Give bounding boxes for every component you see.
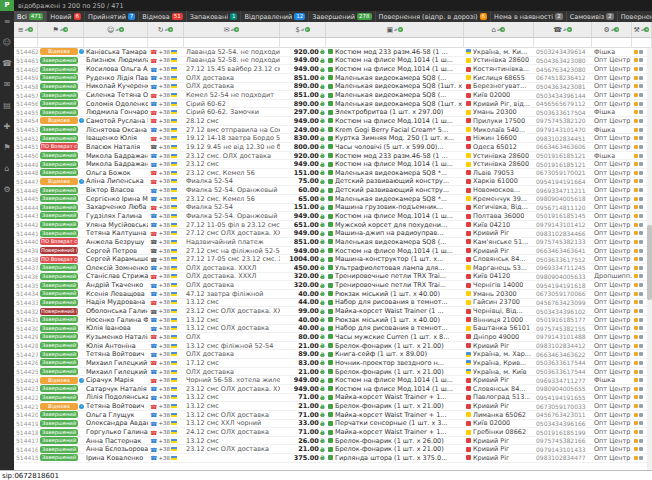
order-row[interactable]: 514437 Завершений i Олексій Зомненко ☎ +… — [14, 264, 652, 273]
sort-icon[interactable]: ▴▾ — [231, 27, 234, 32]
call-phone-icon[interactable]: ☎ — [150, 273, 157, 280]
rows-column-header[interactable]: ≡ ▴▾ + — [14, 22, 38, 37]
sort-icon[interactable]: ▴▾ — [641, 27, 644, 32]
order-row[interactable]: 514434 Завершений i Ксенія Леващова ☎ +3… — [14, 290, 652, 299]
menu-icon[interactable]: ≡ — [0, 11, 14, 32]
status-column-header[interactable]: ⚑ ▴▾ + — [38, 22, 84, 37]
add-filter-icon[interactable]: + — [28, 27, 33, 32]
call-phone-icon[interactable]: ☎ — [150, 117, 157, 124]
order-row[interactable]: 514444 Завершений i Захарченко Люба ☎ +3… — [14, 204, 652, 213]
order-row[interactable]: 514459 Завершений i Руденко Лідія Пав...… — [14, 74, 652, 83]
add-filter-icon[interactable]: + — [567, 27, 572, 32]
order-row[interactable]: 514436 Завершений i Станіслав Стрижак ☎ … — [14, 273, 652, 282]
filter-cell[interactable] — [84, 38, 148, 47]
order-row[interactable]: 514457 Завершений i Силенка Тетяна О... … — [14, 91, 652, 100]
sort-icon[interactable]: ▴▾ — [497, 27, 500, 32]
call-phone-icon[interactable]: ☎ — [150, 325, 157, 332]
order-row[interactable]: 514424 Відмова i Сірачук Марія ☎ +38 Чор… — [14, 376, 652, 385]
comment-column-header[interactable]: ✉ ▴▾ + — [184, 22, 280, 37]
add-order-icon[interactable]: ✚ — [0, 116, 14, 137]
sort-icon[interactable]: ▴▾ — [563, 27, 566, 32]
order-row[interactable]: 514452 Завершений i Іващенко Юлія ☎ +38 … — [14, 134, 652, 143]
add-filter-icon[interactable]: + — [168, 27, 173, 32]
order-row[interactable]: 514441 Завершений i Тетяна Калтушна ☎ +3… — [14, 229, 652, 238]
call-phone-icon[interactable]: ☎ — [150, 403, 157, 410]
order-row[interactable]: 514423 Завершений i Сатарчук Наталія Б..… — [14, 385, 652, 394]
filter-cell[interactable] — [184, 38, 280, 47]
product-column-header[interactable]: ▣ ▴▾ + — [326, 22, 464, 37]
calls-icon[interactable]: ☎ — [0, 53, 14, 74]
status-tab[interactable]: Запаковані 1 — [187, 11, 242, 22]
filter-cell[interactable] — [464, 38, 534, 47]
order-row[interactable]: 514415 Завершений i Ірина Коваленко ☎ +3… — [14, 454, 652, 463]
call-phone-icon[interactable]: ☎ — [150, 83, 157, 90]
order-row[interactable]: 514454 Відмова i Самотой Руслана Во... ☎… — [14, 117, 652, 126]
order-row[interactable]: 514461 Завершений i Близнюк Людмила ... … — [14, 57, 652, 66]
order-row[interactable]: 514450 Завершений i Микола Бадражан ☎ +3… — [14, 152, 652, 161]
order-row[interactable]: 514448 Завершений i Ольга Божок ☎ +38 23… — [14, 169, 652, 178]
order-row[interactable]: 514455 Завершений i Людмила Гончарова ☎ … — [14, 108, 652, 117]
call-phone-icon[interactable]: ☎ — [150, 377, 157, 384]
order-row[interactable]: 514420 Завершений i Ольга Глущук ☎ +38 1… — [14, 411, 652, 420]
call-phone-icon[interactable]: ☎ — [150, 66, 157, 73]
app-logo[interactable]: P — [0, 0, 14, 11]
order-row[interactable]: 514418 Завершений i Горгулько Галина В..… — [14, 428, 652, 437]
status-tab[interactable]: Повернення (відпр. в дорозі) 6 — [376, 11, 492, 22]
add-filter-icon[interactable]: + — [398, 27, 403, 32]
call-phone-icon[interactable]: ☎ — [150, 221, 157, 228]
order-row[interactable]: 514446 Завершений i Віктор Власов ☎ +38 … — [14, 186, 652, 195]
call-phone-icon[interactable]: ☎ — [150, 256, 157, 263]
call-phone-icon[interactable]: ☎ — [150, 238, 157, 245]
call-phone-icon[interactable]: ☎ — [150, 247, 157, 254]
scrollbar[interactable] — [647, 48, 652, 470]
sort-icon[interactable]: ▴▾ — [394, 27, 397, 32]
call-phone-icon[interactable]: ☎ — [150, 152, 157, 159]
order-row[interactable]: 514456 Завершений i Соломія Одоленко ☎ +… — [14, 100, 652, 109]
call-phone-icon[interactable]: ☎ — [150, 333, 157, 340]
call-phone-icon[interactable]: ☎ — [150, 437, 157, 444]
profile-icon[interactable]: ☺ — [0, 32, 14, 53]
status-tab[interactable]: Новий 6 — [47, 11, 85, 22]
filter-cell[interactable] — [592, 38, 632, 47]
status-tab[interactable]: Нема в наявності 2 — [491, 11, 567, 22]
order-row[interactable]: 514447 Відмова i Аліна Липенська ☎ +38 Ф… — [14, 178, 652, 187]
sort-icon[interactable]: ▴▾ — [165, 27, 168, 32]
status-tab[interactable]: Всі 471 — [14, 11, 47, 22]
call-phone-icon[interactable]: ☎ — [150, 316, 157, 323]
call-phone-icon[interactable]: ☎ — [150, 212, 157, 219]
call-phone-icon[interactable]: ☎ — [150, 57, 157, 64]
settings-icon[interactable]: ⚙ — [0, 179, 14, 200]
home-icon[interactable]: ⌂ — [0, 158, 14, 179]
add-filter-icon[interactable]: + — [63, 27, 68, 32]
order-row[interactable]: 514427 Завершений i Тетяна Войтович ☎ +3… — [14, 350, 652, 359]
order-row[interactable]: 514419 Завершений i Олександра Авдан... … — [14, 420, 652, 429]
flags-icon[interactable]: ⚑ — [0, 137, 14, 158]
order-row[interactable]: 514416 Завершений i Анна Бєлозьорова ☎ +… — [14, 445, 652, 454]
delivery-column-header[interactable]: ⌂ ▴▾ + — [464, 22, 534, 37]
order-row[interactable]: 514460 Завершений i Косилова Ольга Ар...… — [14, 65, 652, 74]
call-phone-icon[interactable]: ☎ — [150, 420, 157, 427]
call-phone-icon[interactable]: ☎ — [150, 454, 157, 461]
order-row[interactable]: 514440 ПО Возврат ск. i Анжела Безрушу ☎… — [14, 238, 652, 247]
source-column-header[interactable]: ⚙ ▴▾ + — [592, 22, 632, 37]
order-row[interactable]: 514426 Завершений i Михаил Гилецкий ☎ +3… — [14, 359, 652, 368]
sort-icon[interactable]: ▴▾ — [611, 27, 614, 32]
status-tab[interactable]: Самовивіз 2 — [567, 11, 618, 22]
call-phone-icon[interactable]: ☎ — [150, 92, 157, 99]
call-phone-icon[interactable]: ☎ — [150, 230, 157, 237]
order-row[interactable]: 514451 ПО Возврат ск. i Власюк Наталія ☎… — [14, 143, 652, 152]
price-column-header[interactable]: $ ▴▾ + — [280, 22, 326, 37]
call-phone-icon[interactable]: ☎ — [150, 299, 157, 306]
call-phone-icon[interactable]: ☎ — [150, 282, 157, 289]
add-filter-icon[interactable]: + — [644, 27, 649, 32]
add-filter-icon[interactable]: + — [119, 27, 124, 32]
filter-cell[interactable] — [280, 38, 326, 47]
order-row[interactable]: 514432 Повернений (з... i Оболонська Гал… — [14, 307, 652, 316]
call-phone-icon[interactable]: ☎ — [150, 429, 157, 436]
add-filter-icon[interactable]: + — [234, 27, 239, 32]
order-row[interactable]: 514445 Завершений i Сергієнко Ірина Ми..… — [14, 195, 652, 204]
add-filter-icon[interactable]: + — [500, 27, 505, 32]
status-tab[interactable]: Повернення 9 — [618, 11, 652, 22]
status-tab[interactable]: Прийнятий 7 — [85, 11, 139, 22]
call-phone-icon[interactable]: ☎ — [150, 187, 157, 194]
